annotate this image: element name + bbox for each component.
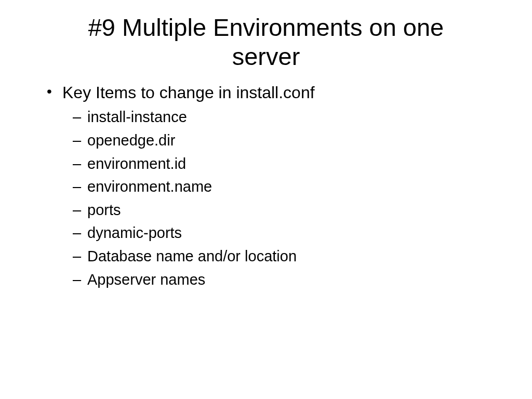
sub-bullet-text: install-instance xyxy=(87,109,187,125)
sub-bullet-item: ports xyxy=(73,200,501,221)
sub-bullet-text: dynamic-ports xyxy=(87,224,182,241)
sub-bullet-text: openedge.dir xyxy=(87,132,175,149)
slide-content: Key Items to change in install.conf inst… xyxy=(31,82,501,290)
bullet-item: Key Items to change in install.conf inst… xyxy=(47,82,501,290)
sub-bullet-item: Database name and/or location xyxy=(73,246,501,267)
sub-bullet-item: openedge.dir xyxy=(73,130,501,151)
slide-title: #9 Multiple Environments on one server xyxy=(31,13,501,72)
sub-bullet-item: environment.name xyxy=(73,176,501,197)
sub-bullet-text: environment.id xyxy=(87,155,186,172)
sub-bullet-item: Appserver names xyxy=(73,269,501,290)
bullet-text: Key Items to change in install.conf xyxy=(62,83,315,102)
sub-bullet-item: environment.id xyxy=(73,153,501,175)
slide-container: #9 Multiple Environments on one server K… xyxy=(0,0,532,399)
sub-bullet-item: dynamic-ports xyxy=(73,222,501,244)
sub-bullet-text: ports xyxy=(87,202,121,218)
sub-bullet-text: environment.name xyxy=(87,178,212,195)
bullet-list-level1: Key Items to change in install.conf inst… xyxy=(47,82,501,290)
bullet-list-level2: install-instance openedge.dir environmen… xyxy=(62,107,501,290)
sub-bullet-item: install-instance xyxy=(73,107,501,128)
sub-bullet-text: Appserver names xyxy=(87,271,205,288)
sub-bullet-text: Database name and/or location xyxy=(87,248,297,264)
